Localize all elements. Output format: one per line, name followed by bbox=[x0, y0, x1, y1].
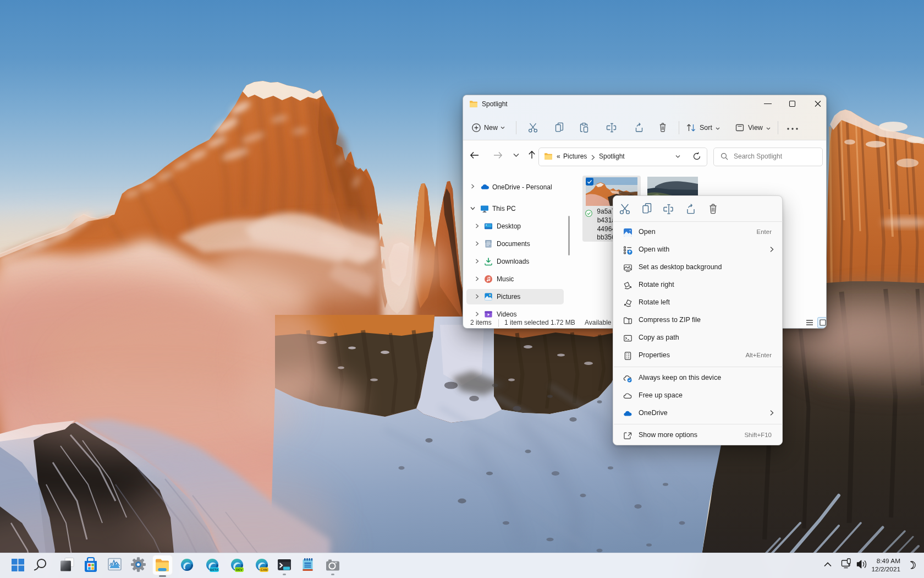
svg-text:BETA: BETA bbox=[210, 568, 218, 571]
svg-text:12/2/2021: 12/2/2021 bbox=[872, 565, 900, 573]
svg-text:CAN: CAN bbox=[261, 568, 268, 571]
svg-text:DEV: DEV bbox=[236, 568, 243, 571]
svg-text:8:49 AM: 8:49 AM bbox=[877, 557, 900, 565]
